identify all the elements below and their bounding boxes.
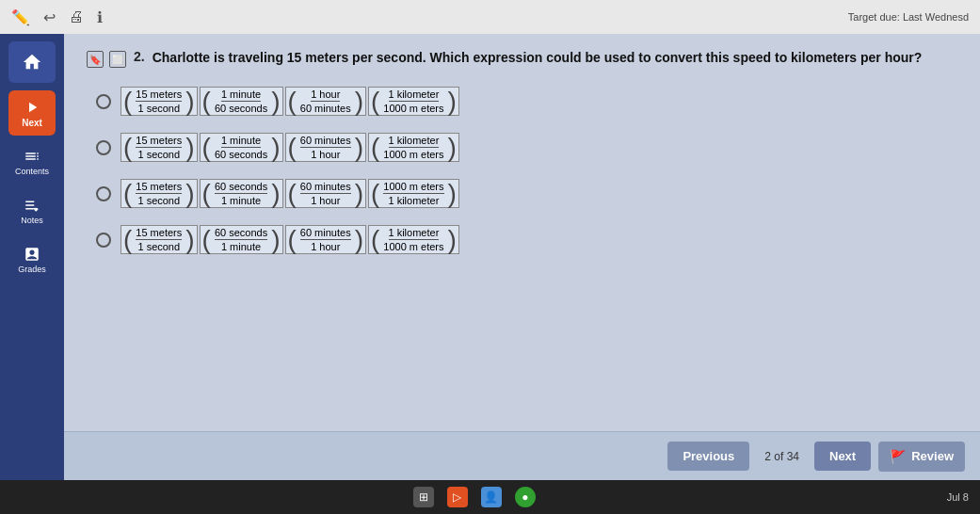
frac-c-4: ( 1000 m eters 1 kilometer ) <box>368 179 459 208</box>
toolbar-icons: ✏️ ↩ 🖨 ℹ <box>11 8 833 26</box>
previous-button[interactable]: Previous <box>667 442 749 471</box>
frac-d-1: ( 15 meters 1 second ) <box>120 225 198 254</box>
undo-icon[interactable]: ↩ <box>43 8 56 26</box>
pencil-icon[interactable]: ✏️ <box>11 8 30 26</box>
frac-c-3: ( 60 minutes 1 hour ) <box>285 179 366 208</box>
taskbar-icon-2[interactable]: ▷ <box>447 487 468 507</box>
question-text: Charlotte is traveling 15 meters per sec… <box>153 49 923 68</box>
answer-option-c[interactable]: ( 15 meters 1 second ) ( 60 seconds 1 <box>96 179 957 208</box>
sidebar-next-label: Next <box>22 118 42 128</box>
grades-icon <box>24 246 40 263</box>
bookmark-icon[interactable]: 🔖 <box>87 51 104 68</box>
answer-option-b[interactable]: ( 15 meters 1 second ) ( 1 minute 60 <box>96 133 957 162</box>
review-label: Review <box>911 449 954 463</box>
expression-c: ( 15 meters 1 second ) ( 60 seconds 1 <box>120 179 459 208</box>
frac-a-2: ( 1 minute 60 seconds ) <box>200 87 283 116</box>
taskbar-date: Jul 8 <box>947 491 969 503</box>
sidebar-grades-button[interactable]: Grades <box>8 237 56 282</box>
frac-b-2: ( 1 minute 60 seconds ) <box>200 133 283 162</box>
expression-d: ( 15 meters 1 second ) ( 60 seconds 1 <box>120 225 459 254</box>
taskbar: ⊞ ▷ 👤 ● Jul 8 <box>0 480 980 514</box>
frac-c-2: ( 60 seconds 1 minute ) <box>200 179 283 208</box>
question-header: 🔖 ⬜ 2. Charlotte is traveling 15 meters … <box>87 49 957 68</box>
frac-d-2: ( 60 seconds 1 minute ) <box>200 225 283 254</box>
frac-b-4: ( 1 kilometer 1000 m eters ) <box>368 133 459 162</box>
taskbar-icon-1[interactable]: ⊞ <box>413 487 434 507</box>
taskbar-center: ⊞ ▷ 👤 ● <box>11 487 938 507</box>
frac-a-3: ( 1 hour 60 minutes ) <box>285 87 366 116</box>
page-indicator: 2 of 34 <box>757 450 807 463</box>
frac-d-3: ( 60 minutes 1 hour ) <box>285 225 366 254</box>
sidebar-contents-button[interactable]: Contents <box>8 139 56 185</box>
info-icon[interactable]: ℹ <box>97 8 103 26</box>
notes-icon <box>24 197 40 214</box>
sidebar-grades-label: Grades <box>18 265 46 274</box>
bottom-nav-bar: Previous 2 of 34 Next 🚩 Review <box>64 431 980 480</box>
flag-icon[interactable]: ⬜ <box>109 51 126 68</box>
sidebar-notes-label: Notes <box>21 216 43 225</box>
frac-b-3: ( 60 minutes 1 hour ) <box>285 133 366 162</box>
frac-d-4: ( 1 kilometer 1000 m eters ) <box>368 225 459 254</box>
sidebar-contents-label: Contents <box>15 167 49 176</box>
top-bar: ✏️ ↩ 🖨 ℹ Target due: Last Wednesd <box>0 0 980 34</box>
frac-c-1: ( 15 meters 1 second ) <box>120 179 198 208</box>
taskbar-icon-3[interactable]: 👤 <box>481 487 502 507</box>
answer-option-a[interactable]: ( 15 meters 1 second ) ( 1 minute 60 <box>96 87 957 116</box>
taskbar-icon-4[interactable]: ● <box>515 487 536 507</box>
sidebar-home-button[interactable] <box>8 41 56 83</box>
expression-b: ( 15 meters 1 second ) ( 1 minute 60 <box>120 133 459 162</box>
arrow-right-icon <box>24 99 40 116</box>
answer-option-d[interactable]: ( 15 meters 1 second ) ( 60 seconds 1 <box>96 225 957 254</box>
review-button[interactable]: 🚩 Review <box>878 442 965 472</box>
frac-a-4: ( 1 kilometer 1000 m eters ) <box>368 87 459 116</box>
sidebar-next-button[interactable]: Next <box>8 90 56 136</box>
answer-options: ( 15 meters 1 second ) ( 1 minute 60 <box>87 87 957 254</box>
frac-a-1: ( 15 meters 1 second ) <box>120 87 198 116</box>
frac-b-1: ( 15 meters 1 second ) <box>120 133 198 162</box>
content-area: 🔖 ⬜ 2. Charlotte is traveling 15 meters … <box>64 34 980 480</box>
radio-b[interactable] <box>96 140 111 155</box>
print-icon[interactable]: 🖨 <box>69 8 84 25</box>
main-layout: Next Contents Notes Grades <box>0 34 980 480</box>
flag-review-icon: 🚩 <box>890 449 906 464</box>
expression-a: ( 15 meters 1 second ) ( 1 minute 60 <box>120 87 459 116</box>
contents-icon <box>24 148 40 165</box>
next-button[interactable]: Next <box>814 442 871 471</box>
question-container: 🔖 ⬜ 2. Charlotte is traveling 15 meters … <box>64 34 980 431</box>
target-due-label: Target due: Last Wednesd <box>848 11 969 23</box>
radio-a[interactable] <box>96 94 111 109</box>
question-icons: 🔖 ⬜ <box>87 51 126 68</box>
sidebar-notes-button[interactable]: Notes <box>8 188 56 233</box>
radio-d[interactable] <box>96 233 111 248</box>
home-icon <box>22 52 42 72</box>
question-number: 2. <box>134 49 145 64</box>
radio-c[interactable] <box>96 186 111 201</box>
sidebar: Next Contents Notes Grades <box>0 34 64 480</box>
